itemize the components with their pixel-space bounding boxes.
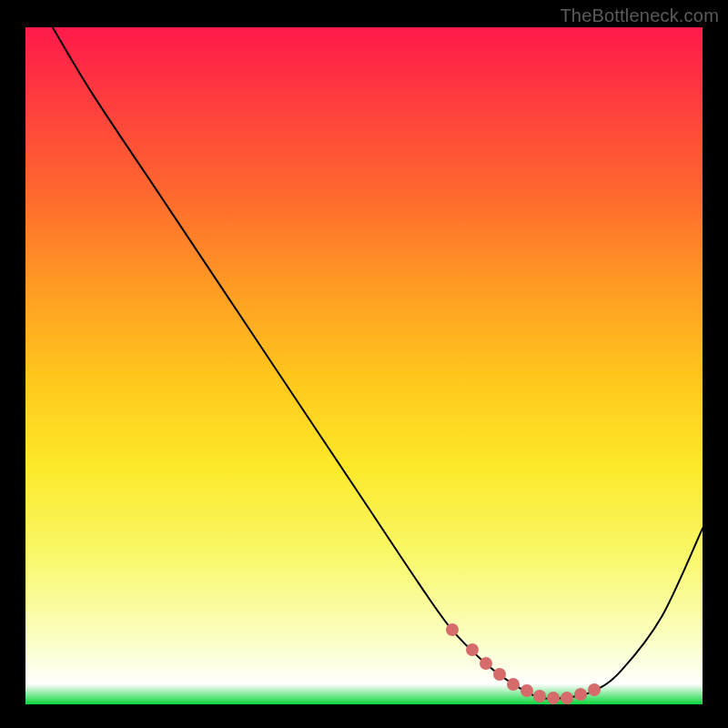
sample-dot: [507, 678, 520, 691]
sample-dot: [493, 668, 506, 681]
curve-layer: [25, 27, 703, 704]
chart-container: TheBottleneck.com: [0, 0, 728, 728]
chart-plot-area: [25, 27, 703, 704]
sample-dot: [521, 684, 533, 697]
sample-dot: [480, 657, 492, 670]
sample-dot: [446, 623, 459, 636]
sample-dot: [533, 690, 546, 703]
sample-dot: [574, 688, 587, 701]
sample-dot: [466, 643, 479, 656]
sample-dot: [561, 692, 573, 704]
sample-dot: [547, 692, 560, 704]
attribution-text: TheBottleneck.com: [560, 5, 719, 26]
bottleneck-curve: [53, 27, 703, 699]
sample-dot: [588, 683, 601, 696]
